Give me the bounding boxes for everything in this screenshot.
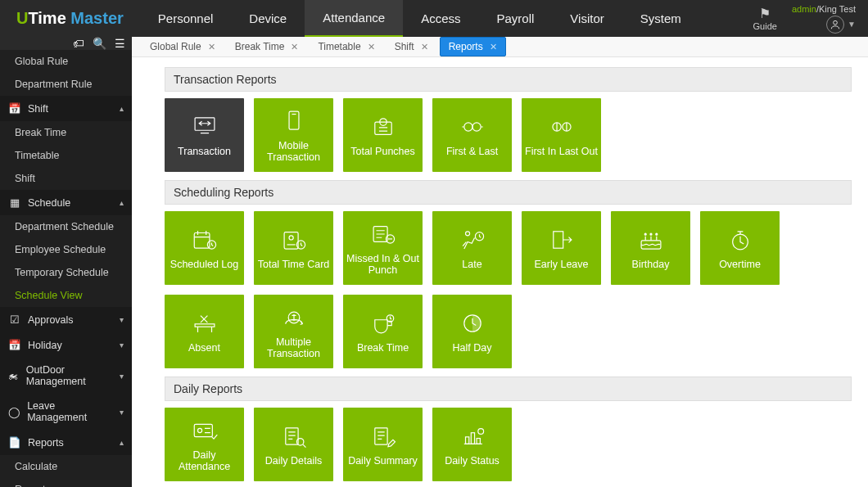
sidebar-group-schedule[interactable]: ▦Schedule▴: [0, 190, 132, 215]
tile-break-time[interactable]: Break Time: [343, 295, 423, 368]
sidebar-item-temporary-schedule[interactable]: Temporary Schedule: [0, 261, 132, 284]
tile-scheduled-log[interactable]: Scheduled Log: [165, 211, 244, 285]
sidebar-group-holiday[interactable]: 📅Holiday▾: [0, 332, 132, 358]
tab-label: Break Time: [235, 41, 285, 52]
door-out-icon: [548, 226, 576, 254]
sidebar-group-label: Holiday: [28, 340, 62, 351]
user-icon: [830, 19, 841, 30]
tab-reports[interactable]: Reports✕: [440, 37, 506, 56]
sidebar-item-employee-schedule[interactable]: Employee Schedule: [0, 238, 132, 261]
calendar-grid-icon: ▦: [8, 196, 21, 209]
guide-label: Guide: [753, 21, 777, 31]
tile-overtime[interactable]: Overtime: [700, 211, 780, 285]
topmenu-item-attendance[interactable]: Attendance: [305, 0, 403, 37]
tag-icon[interactable]: 🏷: [73, 37, 84, 50]
sidebar-item-timetable[interactable]: Timetable: [0, 144, 132, 167]
sidebar-item-calculate[interactable]: Calculate: [0, 455, 132, 478]
run-clock-icon: [459, 226, 486, 254]
chevron-down-icon: ▾: [120, 408, 124, 417]
id-check-icon: [191, 417, 219, 444]
doc-icon: 📄: [8, 436, 21, 449]
tab-bar: Global Rule✕Break Time✕Timetable✕Shift✕R…: [132, 37, 868, 57]
tile-late[interactable]: Late: [432, 211, 512, 285]
avatar[interactable]: [826, 16, 844, 34]
close-icon[interactable]: ✕: [291, 42, 298, 52]
sidebar-item-department-schedule[interactable]: Department Schedule: [0, 215, 132, 238]
user-dropdown-caret-icon[interactable]: ▼: [848, 20, 856, 29]
svg-rect-32: [374, 428, 387, 444]
sidebar-item-global-rule[interactable]: Global Rule: [0, 50, 132, 73]
signpost-icon: ⚑: [759, 6, 771, 21]
tile-row: Scheduled LogTotal Time CardMissed In & …: [165, 211, 852, 368]
tile-absent[interactable]: Absent: [165, 295, 244, 368]
close-icon[interactable]: ✕: [208, 42, 215, 52]
tile-birthday[interactable]: Birthday: [611, 211, 690, 285]
svg-rect-35: [477, 438, 480, 444]
chevron-up-icon: ▴: [120, 104, 124, 113]
close-icon[interactable]: ✕: [368, 42, 375, 52]
svg-point-29: [197, 428, 201, 432]
tab-timetable[interactable]: Timetable✕: [310, 38, 382, 56]
tile-multiple-transaction[interactable]: Multiple Transaction: [254, 295, 333, 368]
topmenu-item-personnel[interactable]: Personnel: [140, 0, 232, 37]
logo-time: Time: [28, 9, 70, 27]
sidebar-item-break-time[interactable]: Break Time: [0, 121, 132, 144]
tile-missed-in-out-punch[interactable]: Missed In & Out Punch: [343, 211, 423, 285]
close-icon[interactable]: ✕: [490, 42, 497, 52]
tile-daily-attendance[interactable]: Daily Attendance: [165, 408, 244, 481]
tile-label: Missed In & Out Punch: [346, 253, 419, 277]
sidebar-item-department-rule[interactable]: Department Rule: [0, 73, 132, 96]
tile-daily-details[interactable]: Daily Details: [254, 408, 333, 481]
topmenu-item-system[interactable]: System: [622, 0, 699, 37]
tab-global-rule[interactable]: Global Rule✕: [142, 38, 224, 56]
tile-transaction[interactable]: Transaction: [165, 98, 244, 172]
topmenu-item-payroll[interactable]: Payroll: [478, 0, 552, 37]
tile-total-punches[interactable]: Total Punches: [343, 98, 423, 172]
guide-button[interactable]: ⚑ Guide: [753, 6, 777, 31]
sidebar-group-approvals[interactable]: ☑Approvals▾: [0, 307, 132, 332]
tile-first-last[interactable]: First & Last: [432, 98, 512, 172]
app-logo: UTime Master: [0, 9, 140, 28]
search-icon[interactable]: 🔍: [93, 37, 106, 50]
tile-label: First & Last: [446, 146, 498, 157]
badge-clock-icon: [280, 226, 308, 254]
tile-label: Birthday: [632, 259, 670, 270]
svg-rect-28: [194, 424, 212, 436]
tile-first-in-last-out[interactable]: First In Last Out: [522, 98, 601, 172]
sidebar-group-shift[interactable]: 📅Shift▴: [0, 96, 132, 121]
tile-daily-status[interactable]: Daily Status: [432, 408, 512, 481]
tab-break-time[interactable]: Break Time✕: [227, 38, 307, 56]
svg-point-36: [477, 428, 483, 434]
sidebar-group-leave-management[interactable]: ◯Leave Management▾: [0, 394, 132, 430]
user-admin[interactable]: admin: [792, 4, 816, 14]
tile-half-day[interactable]: Half Day: [432, 295, 512, 368]
tab-shift[interactable]: Shift✕: [387, 38, 436, 56]
tile-label: Total Time Card: [258, 259, 330, 270]
sidebar-item-reports[interactable]: Reports: [0, 478, 132, 487]
svg-point-21: [649, 233, 651, 235]
content: Transaction ReportsTransactionMobile Tra…: [132, 57, 868, 487]
topmenu-item-access[interactable]: Access: [403, 0, 478, 37]
chevron-up-icon: ▴: [120, 438, 124, 447]
sidebar-group-reports[interactable]: 📄Reports▴: [0, 430, 132, 455]
tile-label: Early Leave: [534, 259, 588, 270]
tab-label: Reports: [449, 41, 483, 52]
sidebar-group-label: OutDoor Management: [26, 364, 113, 387]
topmenu-item-visitor[interactable]: Visitor: [552, 0, 622, 37]
tile-mobile-transaction[interactable]: Mobile Transaction: [254, 98, 333, 172]
tile-total-time-card[interactable]: Total Time Card: [254, 211, 333, 285]
close-icon[interactable]: ✕: [421, 42, 428, 52]
half-clock-icon: [459, 309, 486, 337]
tile-daily-summary[interactable]: Daily Summary: [343, 408, 423, 481]
sidebar-group-outdoor-management[interactable]: 🏍OutDoor Management▾: [0, 358, 132, 394]
tab-label: Timetable: [318, 41, 360, 52]
tile-early-leave[interactable]: Early Leave: [522, 211, 601, 285]
tile-label: Mobile Transaction: [257, 140, 330, 164]
tile-label: Late: [462, 259, 481, 270]
svg-rect-30: [285, 428, 297, 444]
collapse-icon[interactable]: ☰: [115, 37, 125, 50]
svg-rect-24: [195, 324, 215, 327]
sidebar-item-schedule-view[interactable]: Schedule View: [0, 284, 132, 307]
topmenu-item-device[interactable]: Device: [231, 0, 305, 37]
sidebar-item-shift[interactable]: Shift: [0, 167, 132, 190]
